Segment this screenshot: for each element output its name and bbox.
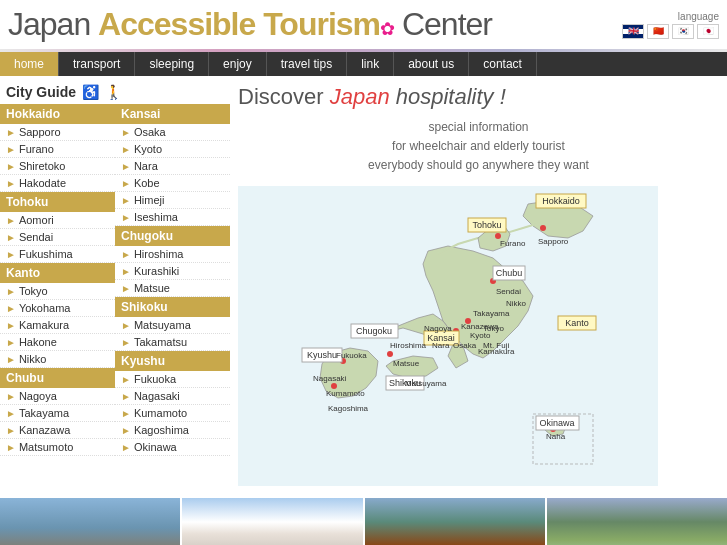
svg-text:Nagasaki: Nagasaki bbox=[313, 374, 347, 383]
thumb-castle bbox=[0, 498, 180, 545]
flag-cn[interactable]: 🇨🇳 bbox=[647, 24, 669, 39]
city-item-kumamoto[interactable]: ►Kumamoto bbox=[115, 405, 230, 422]
city-item-takayama[interactable]: ►Takayama bbox=[0, 405, 115, 422]
city-arrow: ► bbox=[6, 320, 16, 331]
city-arrow: ► bbox=[6, 232, 16, 243]
region-header-kyushu: Kyushu bbox=[115, 351, 230, 371]
city-item-nara[interactable]: ►Nara bbox=[115, 158, 230, 175]
special-line2: for wheelchair and elderly tourist bbox=[238, 137, 719, 156]
city-item-shiretoko[interactable]: ►Shiretoko bbox=[0, 158, 115, 175]
thumb-garden bbox=[547, 498, 727, 545]
city-arrow: ► bbox=[6, 161, 16, 172]
city-item-kobe[interactable]: ►Kobe bbox=[115, 175, 230, 192]
sidebar-left-column: Hokkaido►Sapporo►Furano►Shiretoko►Hakoda… bbox=[0, 104, 115, 456]
flag-jp[interactable]: 🇯🇵 bbox=[697, 24, 719, 39]
city-arrow: ► bbox=[121, 249, 131, 260]
region-header-shikoku: Shikoku bbox=[115, 297, 230, 317]
header: Japan Accessible Tourism✿ Center languag… bbox=[0, 0, 727, 49]
nav-item-about-us[interactable]: about us bbox=[394, 52, 469, 76]
city-item-himeji[interactable]: ►Himeji bbox=[115, 192, 230, 209]
region-header-tohoku: Tohoku bbox=[0, 192, 115, 212]
city-item-kamakura[interactable]: ►Kamakura bbox=[0, 317, 115, 334]
svg-text:Naha: Naha bbox=[546, 432, 566, 441]
city-arrow: ► bbox=[6, 408, 16, 419]
logo-accessible: Accessible bbox=[98, 6, 263, 42]
cherry-icon: ✿ bbox=[380, 19, 394, 39]
city-item-kurashiki[interactable]: ►Kurashiki bbox=[115, 263, 230, 280]
city-arrow: ► bbox=[121, 144, 131, 155]
region-header-hokkaido: Hokkaido bbox=[0, 104, 115, 124]
sidebar-right-column: Kansai►Osaka►Kyoto►Nara►Kobe►Himeji►Ises… bbox=[115, 104, 230, 456]
svg-text:Kamakura: Kamakura bbox=[478, 347, 515, 356]
city-item-fukushima[interactable]: ►Fukushima bbox=[0, 246, 115, 263]
special-info: special information for wheelchair and e… bbox=[238, 118, 719, 176]
sidebar-columns: Hokkaido►Sapporo►Furano►Shiretoko►Hakoda… bbox=[0, 104, 230, 456]
city-arrow: ► bbox=[121, 391, 131, 402]
nav-item-link[interactable]: link bbox=[347, 52, 394, 76]
city-item-hiroshima[interactable]: ►Hiroshima bbox=[115, 246, 230, 263]
city-arrow: ► bbox=[121, 127, 131, 138]
main-navigation: hometransportsleepingenjoytravel tipslin… bbox=[0, 52, 727, 76]
city-arrow: ► bbox=[6, 303, 16, 314]
city-item-sendai[interactable]: ►Sendai bbox=[0, 229, 115, 246]
svg-text:Matsue: Matsue bbox=[393, 359, 420, 368]
city-item-nikko[interactable]: ►Nikko bbox=[0, 351, 115, 368]
svg-text:Kyushu: Kyushu bbox=[307, 350, 337, 360]
svg-text:Hokkaido: Hokkaido bbox=[542, 196, 580, 206]
nav-item-enjoy[interactable]: enjoy bbox=[209, 52, 267, 76]
flag-gb[interactable]: 🇬🇧 bbox=[622, 24, 644, 39]
city-item-sapporo[interactable]: ►Sapporo bbox=[0, 124, 115, 141]
city-item-takamatsu[interactable]: ►Takamatsu bbox=[115, 334, 230, 351]
wheelchair-icon: ♿ bbox=[82, 84, 99, 100]
language-section: language 🇬🇧 🇨🇳 🇰🇷 🇯🇵 bbox=[622, 11, 719, 39]
nav-item-sleeping[interactable]: sleeping bbox=[135, 52, 209, 76]
city-item-matsumoto[interactable]: ►Matsumoto bbox=[0, 439, 115, 456]
city-item-okinawa[interactable]: ►Okinawa bbox=[115, 439, 230, 456]
city-item-kyoto[interactable]: ►Kyoto bbox=[115, 141, 230, 158]
svg-text:Kanto: Kanto bbox=[565, 318, 589, 328]
nav-item-home[interactable]: home bbox=[0, 52, 59, 76]
svg-text:Nagoya: Nagoya bbox=[424, 324, 452, 333]
region-header-chubu: Chubu bbox=[0, 368, 115, 388]
city-item-hakone[interactable]: ►Hakone bbox=[0, 334, 115, 351]
city-arrow: ► bbox=[6, 178, 16, 189]
city-item-aomori[interactable]: ►Aomori bbox=[0, 212, 115, 229]
special-line3: everybody should go anywhere they want bbox=[238, 156, 719, 175]
city-item-yokohama[interactable]: ►Yokohama bbox=[0, 300, 115, 317]
city-item-kagoshima[interactable]: ►Kagoshima bbox=[115, 422, 230, 439]
city-item-hakodate[interactable]: ►Hakodate bbox=[0, 175, 115, 192]
japan-map: Hokkaido Tohoku Kanto Chubu Chugoku Kans… bbox=[238, 186, 658, 486]
svg-text:Tokyo: Tokyo bbox=[483, 324, 504, 333]
city-item-osaka[interactable]: ►Osaka bbox=[115, 124, 230, 141]
city-guide-header: City Guide ♿ 🚶 bbox=[0, 80, 230, 104]
discover-text: Discover bbox=[238, 84, 330, 109]
thumb-temple bbox=[365, 498, 545, 545]
flag-kr[interactable]: 🇰🇷 bbox=[672, 24, 694, 39]
city-arrow: ► bbox=[121, 161, 131, 172]
city-item-fukuoka[interactable]: ►Fukuoka bbox=[115, 371, 230, 388]
city-item-nagasaki[interactable]: ►Nagasaki bbox=[115, 388, 230, 405]
city-arrow: ► bbox=[121, 320, 131, 331]
city-arrow: ► bbox=[121, 178, 131, 189]
city-item-kanazawa[interactable]: ►Kanazawa bbox=[0, 422, 115, 439]
svg-text:Nikko: Nikko bbox=[506, 299, 527, 308]
nav-item-transport[interactable]: transport bbox=[59, 52, 135, 76]
bottom-images bbox=[0, 498, 727, 545]
city-arrow: ► bbox=[6, 442, 16, 453]
city-guide-label: City Guide bbox=[6, 84, 76, 100]
svg-text:Nara: Nara bbox=[432, 341, 450, 350]
city-arrow: ► bbox=[121, 195, 131, 206]
city-item-furano[interactable]: ►Furano bbox=[0, 141, 115, 158]
city-item-matsue[interactable]: ►Matsue bbox=[115, 280, 230, 297]
main-content: Discover Japan hospitality ! special inf… bbox=[230, 76, 727, 494]
city-item-matsuyama[interactable]: ►Matsuyama bbox=[115, 317, 230, 334]
city-item-tokyo[interactable]: ►Tokyo bbox=[0, 283, 115, 300]
svg-text:Osaka: Osaka bbox=[453, 341, 477, 350]
nav-item-contact[interactable]: contact bbox=[469, 52, 537, 76]
city-item-nagoya[interactable]: ►Nagoya bbox=[0, 388, 115, 405]
city-item-iseshima[interactable]: ►Iseshima bbox=[115, 209, 230, 226]
region-header-kansai: Kansai bbox=[115, 104, 230, 124]
city-arrow: ► bbox=[6, 425, 16, 436]
svg-text:Sapporo: Sapporo bbox=[538, 237, 569, 246]
nav-item-travel-tips[interactable]: travel tips bbox=[267, 52, 347, 76]
